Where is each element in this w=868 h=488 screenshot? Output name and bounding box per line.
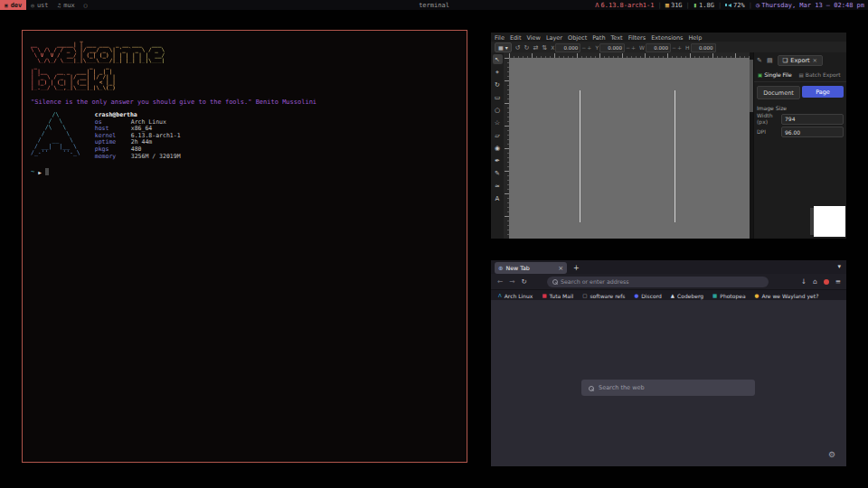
menu-text[interactable]: Text — [611, 34, 623, 42]
bookmark-discord[interactable]: ● Discord — [634, 293, 661, 299]
flip-vertical-icon[interactable]: ⇅ — [542, 44, 547, 52]
vertical-guide[interactable] — [675, 90, 675, 222]
bookmark-arch-linux[interactable]: Λ Arch Linux — [498, 293, 533, 299]
export-dpi-input[interactable]: 96.00 — [781, 127, 844, 137]
pencil-panel-icon[interactable]: ✎ — [757, 57, 762, 64]
node-tool[interactable]: ⌖ — [493, 67, 503, 77]
pen-tool[interactable]: ✒ — [493, 155, 503, 165]
width-field[interactable]: W 0.000 − + — [639, 43, 682, 52]
discord-icon: ● — [634, 293, 638, 298]
minus-stepper[interactable]: − — [672, 44, 676, 51]
workspace-label: dev — [11, 2, 23, 9]
bookmark-folder-software-refs[interactable]: ▢ software refs — [582, 293, 625, 299]
box3d-tool[interactable]: ▱ — [493, 130, 503, 140]
flip-horizontal-icon[interactable]: ⇄ — [533, 44, 538, 52]
menu-view[interactable]: View — [526, 34, 540, 42]
rotate-ccw-icon[interactable]: ↺ — [515, 44, 521, 52]
calligraphy-tool[interactable]: ≈ — [493, 181, 503, 191]
square-workspace-icon: ▢ — [84, 2, 88, 8]
export-panel: ✎ ▤ ❏ Export × ▣ Single File ▤ Ba — [753, 52, 846, 239]
minus-stepper[interactable]: − — [626, 44, 630, 51]
page-button[interactable]: Page — [802, 86, 844, 98]
shell-prompt[interactable]: ~ ▶ — [31, 168, 458, 175]
ascii-art-back: _ _ _ | |__ __ _ ___| | _| | | '_ \ / _`… — [31, 63, 458, 90]
document-button[interactable]: Document — [757, 86, 800, 99]
bookmark-codeberg[interactable]: ▲ Codeberg — [671, 293, 703, 299]
pencil-tool[interactable]: ✎ — [493, 168, 503, 178]
export-dialog-tab[interactable]: ❏ Export × — [778, 55, 824, 66]
workspace-tag-4[interactable]: ▢ — [80, 0, 92, 10]
prompt-path: ~ — [31, 168, 34, 175]
x-coordinate-field[interactable]: X 0.000 − + — [551, 43, 591, 52]
reload-button[interactable]: ↻ — [522, 277, 527, 286]
menu-layer[interactable]: Layer — [546, 34, 562, 42]
workspace-tag-ust[interactable]: ◎ ust — [26, 0, 52, 10]
width-row: Width(px) 794 — [754, 112, 846, 126]
bookmark-are-we-wayland-yet[interactable]: ● Are we Wayland yet? — [755, 293, 819, 299]
list-all-tabs-icon[interactable]: ▾ — [837, 263, 841, 270]
home-icon[interactable]: ⌂ — [813, 277, 817, 286]
toolbar-buttons: ↓ ⌂ ≡ — [801, 274, 841, 289]
close-icon[interactable]: × — [813, 57, 817, 64]
new-tab-button[interactable]: + — [573, 264, 580, 272]
menu-filters[interactable]: Filters — [628, 34, 646, 42]
web-search-input[interactable]: Search the web — [581, 380, 755, 396]
y-coordinate-field[interactable]: Y 0.000 − + — [595, 43, 636, 52]
menu-object[interactable]: Object — [568, 34, 587, 42]
speaker-icon — [725, 4, 727, 6]
selector-tool[interactable]: ↖ — [493, 54, 503, 64]
spiral-tool[interactable]: ◉ — [493, 143, 503, 153]
memory-usage: 1.8G — [699, 2, 714, 9]
minus-stepper[interactable]: − — [581, 44, 586, 51]
search-placeholder: Search the web — [599, 384, 645, 391]
dpi-label: DPI — [757, 129, 778, 136]
menu-path[interactable]: Path — [592, 34, 605, 42]
close-tab-icon[interactable]: × — [558, 265, 563, 272]
star-tool[interactable]: ☆ — [493, 117, 503, 127]
prompt-arrow-icon: ▶ — [38, 169, 42, 175]
personalize-gear-icon[interactable]: ⚙ — [828, 450, 835, 459]
extension-icon[interactable] — [824, 279, 829, 285]
plus-stepper[interactable]: + — [677, 44, 682, 51]
bookmark-tuta-mail[interactable]: ■ Tuta Mail — [542, 293, 573, 299]
single-file-tab[interactable]: ▣ Single File — [758, 71, 792, 78]
wayland-icon: ● — [755, 293, 760, 298]
downloads-icon[interactable]: ↓ — [801, 277, 807, 286]
rectangle-tool[interactable]: ▭ — [493, 92, 503, 102]
photopea-icon: ■ — [712, 293, 717, 298]
chevron-down-icon: ▾ — [505, 44, 508, 51]
export-area-toggle: Document Page — [754, 82, 846, 101]
menu-icon[interactable]: ≡ — [835, 277, 841, 286]
workspace-tag-mux[interactable]: ♫ mux — [53, 0, 80, 10]
menu-edit[interactable]: Edit — [510, 34, 522, 42]
menu-help[interactable]: Help — [688, 34, 702, 42]
menu-extensions[interactable]: Extensions — [651, 34, 683, 42]
menu-file[interactable]: File — [495, 34, 505, 42]
plus-stepper[interactable]: + — [631, 44, 636, 51]
memory-icon: ▮ — [693, 2, 697, 9]
layers-panel-icon[interactable]: ▤ — [767, 57, 773, 64]
vertical-guide[interactable] — [580, 90, 580, 222]
rotate-cw-icon[interactable]: ↻ — [524, 44, 530, 52]
height-field[interactable]: H 0.000 — [685, 43, 716, 52]
selection-mode-dropdown[interactable]: ▦ ▾ — [495, 42, 512, 52]
text-tool[interactable]: A — [493, 193, 503, 203]
url-bar[interactable]: Search or enter address — [547, 277, 769, 287]
plus-stepper[interactable]: + — [587, 44, 591, 51]
bookmark-photopea[interactable]: ■ Photopea — [712, 293, 746, 299]
export-width-input[interactable]: 794 — [781, 114, 844, 125]
tab-new-tab[interactable]: ⊕ New Tab × — [495, 262, 567, 274]
disk-usage: 31G — [671, 2, 683, 9]
terminal-workspace-icon: ▣ — [5, 2, 8, 8]
status-modules: Λ 6.13.8-arch1-1 | ▦ 31G | ▮ 1.8G | 72% … — [595, 2, 868, 9]
forward-button[interactable]: → — [509, 277, 514, 286]
ellipse-tool[interactable]: ○ — [493, 105, 503, 115]
terminal-window[interactable]: _ __ _____| | ___ ___ _ __ ___ ___ \ \ /… — [22, 30, 467, 463]
image-size-heading: Image Size — [754, 101, 846, 112]
batch-export-icon: ▤ — [799, 72, 804, 78]
canvas[interactable] — [509, 58, 750, 239]
back-button[interactable]: ← — [497, 277, 503, 286]
batch-export-tab[interactable]: ▤ Batch Export — [799, 71, 841, 78]
tweak-tool[interactable]: ↻ — [493, 80, 503, 89]
workspace-tag-dev[interactable]: ▣ dev — [0, 0, 26, 10]
